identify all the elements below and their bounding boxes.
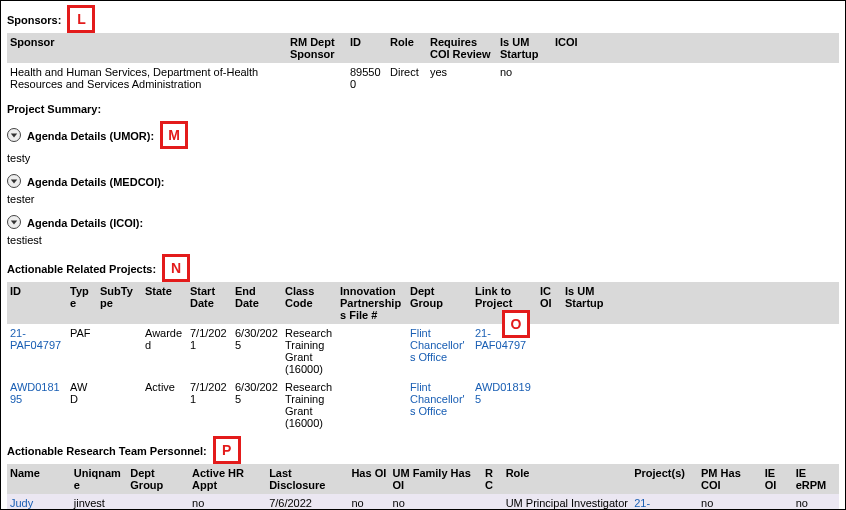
collapse-icon[interactable] (7, 128, 21, 142)
col-uniq: Uniqname (71, 464, 128, 494)
dept-link[interactable]: Flint Chancellor's Office (410, 327, 465, 363)
sponsor-name: Health and Human Services, Department of… (7, 63, 287, 93)
cell: Active (142, 378, 187, 432)
cell (562, 324, 607, 378)
col-pm-coi: PM Has COI (698, 464, 762, 494)
sponsors-heading: Sponsors: (7, 14, 61, 26)
sponsors-table: Sponsor RM Dept Sponsor ID Role Requires… (7, 33, 839, 93)
cell: Research Training Grant (16000) (282, 378, 337, 432)
col-projects: Project(s) (631, 464, 698, 494)
cell: no (189, 494, 266, 510)
cell: no (793, 494, 839, 510)
project-id-link[interactable]: AWD018195 (10, 381, 60, 405)
cell: PAF (67, 324, 97, 378)
col-id: ID (347, 33, 387, 63)
col-last-disc: Last Disclosure (266, 464, 348, 494)
col-ie-erpm: IE eRPM (793, 464, 839, 494)
col-id: ID (7, 282, 67, 324)
svg-marker-0 (11, 133, 17, 137)
cell (537, 324, 562, 378)
cell (97, 378, 142, 432)
marker-o: O (502, 310, 530, 338)
agenda-umor-heading: Agenda Details (UMOR): (27, 130, 154, 142)
project-id-link[interactable]: 21-PAF04797 (10, 327, 61, 351)
col-dept: Dept Group (127, 464, 189, 494)
cell: no (698, 494, 762, 510)
cell: 7/1/2021 (187, 324, 232, 378)
personnel-heading: Actionable Research Team Personnel: (7, 445, 207, 457)
col-active-hr: Active HR Appt (189, 464, 266, 494)
cell: Awarded (142, 324, 187, 378)
col-type: Type (67, 282, 97, 324)
col-icoi: ICOI (552, 33, 582, 63)
cell (97, 324, 142, 378)
col-subtype: SubType (97, 282, 142, 324)
col-innov: Innovation Partnerships File # (337, 282, 407, 324)
svg-marker-2 (11, 220, 17, 224)
cell: 7/1/2021 (187, 378, 232, 432)
col-has-oi: Has OI (348, 464, 389, 494)
col-rm-dept: RM Dept Sponsor (287, 33, 347, 63)
person-name-link[interactable]: Judy Investigator (10, 497, 67, 510)
cell (337, 378, 407, 432)
sponsor-role: Direct (387, 63, 427, 93)
agenda-icoi-value: testiest (7, 234, 839, 246)
sponsor-row: Health and Human Services, Department of… (7, 63, 839, 93)
col-dept: Dept Group (407, 282, 472, 324)
col-role: Role (387, 33, 427, 63)
cell: 6/30/2025 (232, 378, 282, 432)
cell: no (390, 494, 483, 510)
personnel-row: Judy Investigator jinvest no 7/6/2022 no… (7, 494, 839, 510)
cell: AWD (67, 378, 97, 432)
dept-link[interactable]: Flint Chancellor's Office (410, 381, 465, 417)
collapse-icon[interactable] (7, 215, 21, 229)
col-requires-coi: Requires COI Review (427, 33, 497, 63)
cell (482, 494, 503, 510)
project-ref-link[interactable]: 21-PAF04797 (634, 497, 685, 510)
project-link[interactable]: AWD018195 (475, 381, 531, 405)
sponsor-rm-dept (287, 63, 347, 93)
project-row: 21-PAF04797 PAF Awarded 7/1/2021 6/30/20… (7, 324, 839, 378)
cell (127, 494, 189, 510)
col-sponsor: Sponsor (7, 33, 237, 63)
sponsor-startup: no (497, 63, 552, 93)
cell (537, 378, 562, 432)
svg-marker-1 (11, 179, 17, 183)
col-startup: Is UM Startup (562, 282, 607, 324)
col-end: End Date (232, 282, 282, 324)
related-projects-heading: Actionable Related Projects: (7, 263, 156, 275)
collapse-icon[interactable] (7, 174, 21, 188)
col-name: Name (7, 464, 71, 494)
agenda-umor-value: testy (7, 152, 839, 164)
marker-m: M (160, 121, 188, 149)
sponsor-requires-coi: yes (427, 63, 497, 93)
sponsor-id: 895500 (347, 63, 387, 93)
cell: Research Training Grant (16000) (282, 324, 337, 378)
col-class: Class Code (282, 282, 337, 324)
marker-l: L (67, 5, 95, 33)
personnel-table: Name Uniqname Dept Group Active HR Appt … (7, 464, 839, 510)
col-start: Start Date (187, 282, 232, 324)
marker-n: N (162, 254, 190, 282)
agenda-icoi-heading: Agenda Details (ICOI): (27, 217, 143, 229)
cell: 7/6/2022 (266, 494, 348, 510)
cell (337, 324, 407, 378)
col-role: Role (503, 464, 632, 494)
cell (562, 378, 607, 432)
col-ie-oi: IE OI (762, 464, 793, 494)
cell: no (348, 494, 389, 510)
project-row: AWD018195 AWD Active 7/1/2021 6/30/2025 … (7, 378, 839, 432)
col-family-oi: UM Family Has OI (390, 464, 483, 494)
sponsor-icoi (552, 63, 582, 93)
marker-p: P (213, 436, 241, 464)
col-is-startup: Is UM Startup (497, 33, 552, 63)
agenda-medcoi-value: tester (7, 193, 839, 205)
cell: UM Principal Investigator (503, 494, 632, 510)
agenda-medcoi-heading: Agenda Details (MEDCOI): (27, 176, 165, 188)
cell: 6/30/2025 (232, 324, 282, 378)
col-rc: RC (482, 464, 503, 494)
col-icoi: ICOI (537, 282, 562, 324)
cell: jinvest (71, 494, 128, 510)
cell (762, 494, 793, 510)
project-summary-heading: Project Summary: (7, 103, 839, 115)
